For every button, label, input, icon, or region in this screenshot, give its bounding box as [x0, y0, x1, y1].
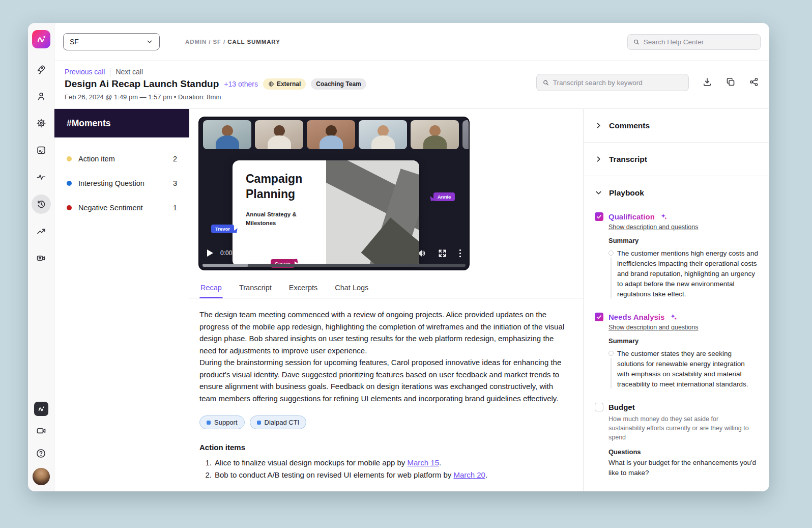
team-selector-dropdown[interactable]: SF [63, 33, 160, 50]
moments-header: #Moments [54, 109, 189, 137]
help-icon[interactable] [34, 446, 49, 461]
action-item-row: 2. Bob to conduct A/B testing on revised… [199, 469, 571, 481]
cursor-name-label: Annie [433, 192, 455, 201]
negative-sentiment-dot [67, 205, 72, 210]
slide-subtitle: Annual Strategy & Milestones [246, 210, 297, 228]
tab-excerpts[interactable]: Excerpts [288, 279, 318, 298]
due-date-link[interactable]: March 20 [453, 470, 485, 479]
ai-assistant-icon[interactable] [34, 402, 48, 416]
show-description-link[interactable]: Show description and questions [608, 324, 758, 331]
moment-action-item[interactable]: Action item 2 [54, 147, 189, 171]
due-date-link[interactable]: March 15 [408, 458, 440, 467]
previous-call-link[interactable]: Previous call [65, 68, 105, 76]
breadcrumb-path[interactable]: ADMIN / SF / [185, 39, 225, 45]
action-item-number: 1. [199, 457, 212, 469]
share-button[interactable] [749, 74, 759, 87]
play-button[interactable] [207, 249, 214, 257]
center-column: Campaign Planning Annual Strategy & Mile… [189, 109, 584, 491]
playbook-section-toggle[interactable]: Playbook [584, 176, 769, 209]
call-title: Design Ai Recap Launch Standup [65, 78, 219, 90]
participant-strip [203, 120, 470, 149]
help-center-search-input[interactable] [644, 38, 755, 46]
summary-item: The customer states they are seeking sol… [608, 349, 758, 390]
tab-recap[interactable]: Recap [199, 279, 223, 298]
presentation-slide: Campaign Planning Annual Strategy & Mile… [233, 160, 419, 267]
fullscreen-button[interactable] [438, 249, 447, 258]
tag-support[interactable]: Support [199, 415, 245, 429]
content-body: #Moments Action item 2 Interesting Quest… [54, 109, 769, 491]
playbook-item-title: Needs Analysis [608, 313, 664, 321]
playbook-item-needs-analysis: Needs Analysis Show description and ques… [595, 313, 758, 390]
transcript-section-toggle[interactable]: Transcript [584, 143, 769, 176]
external-badge-label: External [277, 80, 301, 88]
dialpad-ai-logo[interactable] [32, 30, 50, 48]
recap-content: The design team meeting commenced with a… [189, 298, 583, 491]
action-item-text: Bob to conduct A/B testing on revised UI… [215, 469, 487, 481]
question-text: What is your budget for the enhancements… [608, 458, 756, 478]
download-icon [702, 77, 712, 87]
call-header: Previous call Next call Design Ai Recap … [54, 61, 769, 109]
user-avatar[interactable] [33, 468, 50, 485]
moment-count: 3 [173, 179, 177, 187]
summary-label: Summary [608, 237, 758, 244]
meetings-settings-icon[interactable] [32, 248, 51, 268]
seek-bar-progress [202, 264, 248, 267]
needs-analysis-checkbox[interactable] [595, 313, 603, 321]
call-history-icon[interactable] [32, 194, 51, 214]
video-player[interactable]: Campaign Planning Annual Strategy & Mile… [198, 117, 470, 270]
seek-bar[interactable] [202, 264, 466, 267]
topbar: SF ADMIN / SF / CALL SUMMARY [54, 23, 769, 61]
moment-label: Action item [78, 155, 115, 163]
chevron-down-icon [595, 189, 602, 197]
action-item-row: 1. Alice to finalize visual design mocku… [199, 457, 571, 469]
others-link[interactable]: +13 others [224, 80, 258, 88]
next-call-link[interactable]: Next call [115, 68, 143, 76]
share-icon [749, 77, 759, 87]
chevron-down-icon [146, 38, 153, 45]
ai-sparkle-icon [660, 213, 668, 221]
chevron-right-icon [595, 122, 602, 129]
external-badge: External [263, 78, 306, 90]
more-options-button[interactable] [459, 249, 461, 258]
playbook-item-qualification: Qualification Show description and quest… [595, 212, 758, 299]
moment-negative-sentiment[interactable]: Negative Sentiment 1 [54, 196, 189, 220]
tab-transcript[interactable]: Transcript [238, 279, 273, 298]
action-items-title: Action items [199, 443, 571, 452]
chevron-right-icon [595, 155, 602, 163]
analytics-trend-icon[interactable] [32, 221, 51, 241]
camera-icon[interactable] [34, 423, 49, 438]
recap-paragraph: The design team meeting commenced with a… [199, 309, 571, 356]
download-button[interactable] [702, 74, 712, 87]
tag-bullet-icon [257, 421, 261, 425]
playbook-section-label: Playbook [609, 188, 644, 198]
activity-pulse-icon[interactable] [32, 168, 51, 187]
playbook-body: Qualification Show description and quest… [584, 209, 769, 491]
tag-dialpad-cti[interactable]: Dialpad CTI [250, 415, 307, 429]
transcript-search-input[interactable] [553, 79, 683, 87]
rail-bottom [33, 402, 50, 485]
moment-interesting-question[interactable]: Interesting Question 3 [54, 171, 189, 196]
summary-label: Summary [608, 337, 758, 345]
summary-text: The customer states they are seeking sol… [617, 349, 758, 390]
contacts-icon[interactable] [32, 87, 51, 106]
help-center-search[interactable] [627, 34, 761, 50]
transcript-search[interactable] [536, 74, 689, 91]
qualification-checkbox[interactable] [595, 212, 603, 221]
ai-studio-icon[interactable] [32, 141, 51, 160]
budget-checkbox[interactable] [595, 403, 603, 411]
moment-count: 1 [173, 204, 177, 212]
check-icon [596, 214, 602, 219]
comments-section-toggle[interactable]: Comments [584, 109, 769, 142]
tab-chat-logs[interactable]: Chat Logs [334, 279, 369, 298]
settings-gear-icon[interactable] [32, 114, 51, 133]
ai-sparkle-icon [670, 313, 678, 321]
copy-button[interactable] [726, 74, 736, 87]
moments-panel: #Moments Action item 2 Interesting Quest… [54, 109, 189, 491]
show-description-link[interactable]: Show description and questions [608, 224, 758, 231]
participant-video [307, 120, 355, 149]
breadcrumb-current: CALL SUMMARY [227, 39, 280, 45]
coaching-team-badge: Coaching Team [311, 78, 366, 90]
left-rail [28, 23, 54, 491]
action-items-list: 1. Alice to finalize visual design mocku… [199, 457, 571, 481]
launch-icon[interactable] [32, 60, 51, 79]
